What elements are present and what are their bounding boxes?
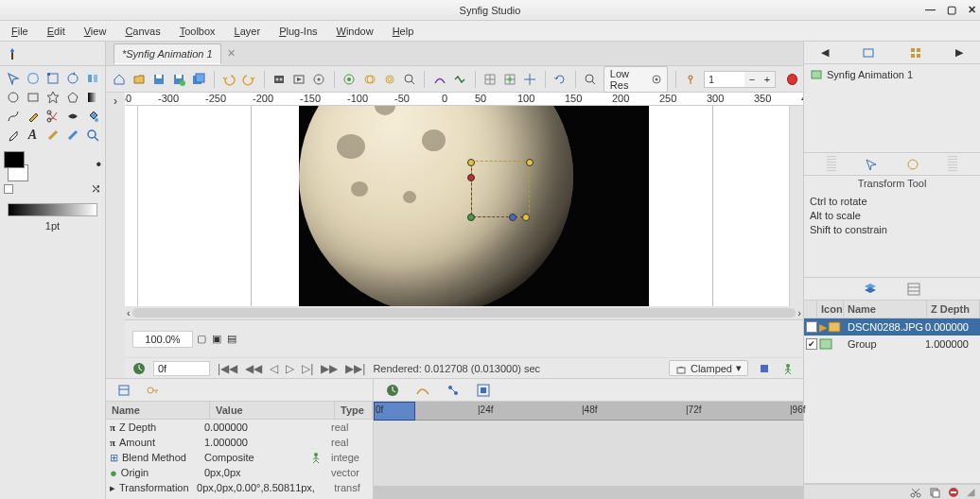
spin-down[interactable]: − xyxy=(744,72,760,87)
rotate-tool[interactable] xyxy=(63,70,81,87)
smooth-move-tool[interactable] xyxy=(24,70,42,87)
save-icon[interactable] xyxy=(151,71,166,87)
menu-canvas[interactable]: Canvas xyxy=(117,24,167,39)
onion2-icon[interactable] xyxy=(382,71,396,87)
close-tab-icon[interactable]: ✕ xyxy=(227,47,236,60)
width-tool[interactable] xyxy=(63,108,81,125)
menu-plug-ins[interactable]: Plug-Ins xyxy=(271,24,324,39)
rectangle-tool[interactable] xyxy=(24,89,42,106)
saveas-icon[interactable] xyxy=(171,71,185,87)
scroll-left-icon[interactable]: ‹ xyxy=(127,307,131,318)
canvas-browser-left-icon[interactable]: ◀ xyxy=(821,46,829,59)
keyframe-blue-icon[interactable] xyxy=(756,360,772,376)
star-tool[interactable] xyxy=(44,89,61,106)
spline2-icon[interactable] xyxy=(452,71,466,87)
menu-edit[interactable]: Edit xyxy=(40,24,73,39)
brush2-tool[interactable] xyxy=(63,127,81,144)
options-icon[interactable] xyxy=(312,71,326,87)
timeline-scrollbar[interactable] xyxy=(374,486,803,499)
curves-tab-icon[interactable] xyxy=(415,383,430,398)
canvas-item[interactable]: Synfig Animation 1 xyxy=(810,68,974,81)
cut-icon[interactable] xyxy=(910,487,921,498)
horizontal-scrollbar[interactable]: ‹ › xyxy=(125,306,803,319)
mirror-tool[interactable] xyxy=(83,70,101,87)
render-icon[interactable] xyxy=(272,71,287,87)
fill-tool[interactable] xyxy=(83,108,101,125)
maximize-button[interactable]: ▢ xyxy=(947,4,956,16)
menu-help[interactable]: Help xyxy=(385,24,422,39)
timetrack-tab-icon[interactable] xyxy=(385,383,400,398)
params-body[interactable]: πZ Depth0.000000realπAmount1.000000real⊞… xyxy=(106,420,373,499)
record-indicator-icon[interactable] xyxy=(787,74,797,85)
snap2-icon[interactable] xyxy=(503,71,517,87)
spline-mode-icon[interactable] xyxy=(432,71,446,87)
sketch-tool[interactable] xyxy=(44,127,61,144)
color-swatches[interactable]: • xyxy=(0,147,105,181)
chevron-right-icon[interactable]: › xyxy=(114,95,117,108)
draw-tool[interactable] xyxy=(24,108,42,125)
menu-window[interactable]: Window xyxy=(329,24,381,39)
next-keyframe-icon[interactable]: ▶▶ xyxy=(321,362,338,375)
menu-layer[interactable]: Layer xyxy=(227,24,269,39)
tool-cursor-icon[interactable] xyxy=(865,158,878,171)
play-back-icon[interactable]: ◁ xyxy=(270,362,278,375)
layer-row[interactable]: ✔▶ DSCN0288.JPG0.000000 xyxy=(804,318,980,336)
vertical-scrollbar[interactable] xyxy=(790,106,803,306)
next-frame-icon[interactable]: ▷| xyxy=(302,362,313,375)
param-row[interactable]: ●Origin0px,0pxvector xyxy=(106,465,373,480)
current-frame[interactable]: 0f xyxy=(153,361,210,376)
onion-icon[interactable] xyxy=(362,71,376,87)
canvas-view[interactable] xyxy=(138,106,790,306)
vertical-ruler[interactable] xyxy=(125,106,138,306)
document-tab[interactable]: *Synfig Animation 1 xyxy=(114,43,221,64)
play-icon[interactable]: ▷ xyxy=(286,362,294,375)
minimize-button[interactable]: — xyxy=(925,4,936,16)
search-icon[interactable] xyxy=(402,71,416,87)
guides-icon[interactable] xyxy=(523,71,537,87)
saveall-icon[interactable] xyxy=(192,71,206,87)
layers-tab-icon[interactable] xyxy=(863,282,878,297)
scroll-right-icon[interactable]: › xyxy=(797,307,801,318)
horizontal-ruler[interactable]: -450-400-350-300-250-200-150-100-5005010… xyxy=(125,93,803,106)
fg-color-swatch[interactable] xyxy=(4,151,25,168)
layer-visible-check[interactable]: ✔ xyxy=(806,321,817,333)
snap-icon[interactable] xyxy=(342,71,357,87)
goto-start-icon[interactable]: |◀◀ xyxy=(218,362,237,375)
reset-colors-icon[interactable] xyxy=(4,184,13,194)
animate-mode-icon[interactable] xyxy=(779,360,796,376)
open-icon[interactable] xyxy=(131,71,146,87)
zoom-level[interactable]: 100.0% xyxy=(132,331,193,348)
layer-visible-check[interactable]: ✔ xyxy=(806,338,817,350)
cutout-tool[interactable] xyxy=(44,108,61,125)
prev-keyframe-icon[interactable]: ◀◀ xyxy=(245,362,262,375)
resize-grip-icon[interactable]: ◢ xyxy=(967,486,974,498)
clamp-dropdown[interactable]: Clamped ▾ xyxy=(669,360,748,376)
handle-origin[interactable] xyxy=(467,214,475,221)
toolbox-tab[interactable] xyxy=(0,42,105,66)
copy-icon[interactable] xyxy=(929,487,940,498)
canvas-browser-right-icon[interactable]: ▶ xyxy=(955,46,963,59)
handle-br[interactable] xyxy=(522,214,530,221)
onion-frames-spinner[interactable]: − + xyxy=(704,71,776,88)
handle-tl[interactable] xyxy=(467,159,475,166)
timeline-ruler[interactable]: 0f|24f|48f|72f|96f xyxy=(374,402,803,421)
zoom2-icon[interactable] xyxy=(584,71,598,87)
spin-up[interactable]: + xyxy=(760,72,775,87)
goto-end-icon[interactable]: ▶▶| xyxy=(345,362,365,375)
zoom-tool[interactable] xyxy=(83,127,101,144)
menu-toolbox[interactable]: Toolbox xyxy=(172,24,223,39)
panel-grip-r[interactable] xyxy=(948,156,957,173)
tool-opts-icon[interactable] xyxy=(906,158,919,171)
circle-tool[interactable] xyxy=(4,89,22,106)
redo-icon[interactable] xyxy=(242,71,256,87)
meta-tab-icon[interactable] xyxy=(476,383,491,398)
eyedrop-tool[interactable] xyxy=(4,127,22,144)
gradient-tool[interactable] xyxy=(83,89,101,106)
canvas-browser-icon[interactable] xyxy=(862,46,875,60)
timeline[interactable]: 0f|24f|48f|72f|96f xyxy=(374,402,803,499)
onion-frames-input[interactable] xyxy=(705,74,744,85)
canvas-list[interactable]: Synfig Animation 1 xyxy=(804,64,980,152)
spline-tool[interactable] xyxy=(4,108,22,125)
history-tab-icon[interactable] xyxy=(446,383,461,398)
zoom-fit-icon[interactable]: ▢ xyxy=(195,333,208,346)
